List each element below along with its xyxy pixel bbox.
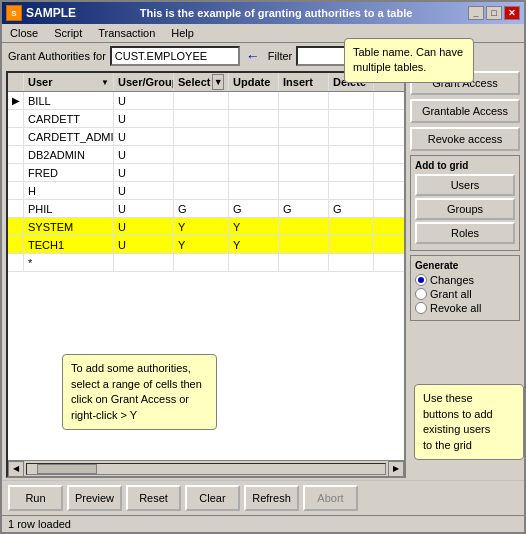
- cell-ug[interactable]: U: [114, 218, 174, 235]
- cell-user[interactable]: BILL: [24, 92, 114, 109]
- cell-select[interactable]: Y: [174, 218, 229, 235]
- scroll-thumb[interactable]: [37, 464, 97, 474]
- cell-ug[interactable]: U: [114, 128, 174, 145]
- cell-insert[interactable]: [279, 92, 329, 109]
- scroll-right-btn[interactable]: ▶: [388, 461, 404, 477]
- select-dropdown-btn[interactable]: ▼: [212, 74, 224, 90]
- grantable-access-button[interactable]: Grantable Access: [410, 99, 520, 123]
- cell-delete[interactable]: [329, 236, 374, 253]
- cell-ug[interactable]: U: [114, 182, 174, 199]
- col-header-select[interactable]: Select ▼ Select all ✓ Y ✓ G: [174, 73, 229, 91]
- cell-delete[interactable]: [329, 218, 374, 235]
- cell-ug[interactable]: U: [114, 164, 174, 181]
- run-button[interactable]: Run: [8, 485, 63, 511]
- cell-insert[interactable]: [279, 182, 329, 199]
- menu-transaction[interactable]: Transaction: [94, 26, 159, 40]
- menu-close[interactable]: Close: [6, 26, 42, 40]
- cell-user[interactable]: CARDETT: [24, 110, 114, 127]
- cell-update[interactable]: [229, 182, 279, 199]
- cell-update[interactable]: [229, 146, 279, 163]
- cell-select[interactable]: [174, 182, 229, 199]
- cell-update[interactable]: [229, 92, 279, 109]
- cell-user[interactable]: FRED: [24, 164, 114, 181]
- table-name-input[interactable]: [110, 46, 240, 66]
- scroll-track[interactable]: [26, 463, 386, 475]
- cell-ug[interactable]: U: [114, 110, 174, 127]
- cell-select[interactable]: Y: [174, 236, 229, 253]
- table-row[interactable]: CARDETT U: [8, 110, 404, 128]
- cell-user[interactable]: PHIL: [24, 200, 114, 217]
- col-header-ug[interactable]: User/Group: [114, 73, 174, 91]
- cell-ug[interactable]: U: [114, 200, 174, 217]
- cell-insert[interactable]: [279, 218, 329, 235]
- cell-delete[interactable]: [329, 164, 374, 181]
- cell-delete[interactable]: [329, 254, 374, 271]
- revoke-access-button[interactable]: Revoke access: [410, 127, 520, 151]
- table-row[interactable]: TECH1 U Y Y: [8, 236, 404, 254]
- radio-revoke-all[interactable]: Revoke all: [415, 302, 515, 314]
- col-header-update[interactable]: Update: [229, 73, 279, 91]
- cell-insert[interactable]: G: [279, 200, 329, 217]
- cell-user[interactable]: *: [24, 254, 114, 271]
- cell-update[interactable]: Y: [229, 236, 279, 253]
- cell-ug[interactable]: U: [114, 236, 174, 253]
- refresh-button[interactable]: Refresh: [244, 485, 299, 511]
- users-button[interactable]: Users: [415, 174, 515, 196]
- cell-delete[interactable]: [329, 146, 374, 163]
- cell-delete[interactable]: [329, 110, 374, 127]
- radio-dot-changes[interactable]: [415, 274, 427, 286]
- cell-insert[interactable]: [279, 254, 329, 271]
- cell-ug[interactable]: [114, 254, 174, 271]
- cell-user[interactable]: CARDETT_ADMIN: [24, 128, 114, 145]
- cell-ug[interactable]: U: [114, 146, 174, 163]
- cell-select[interactable]: [174, 110, 229, 127]
- cell-update[interactable]: [229, 254, 279, 271]
- clear-button[interactable]: Clear: [185, 485, 240, 511]
- cell-select[interactable]: [174, 92, 229, 109]
- cell-insert[interactable]: [279, 128, 329, 145]
- cell-select[interactable]: [174, 254, 229, 271]
- cell-select[interactable]: [174, 128, 229, 145]
- radio-dot-grant-all[interactable]: [415, 288, 427, 300]
- horizontal-scrollbar[interactable]: ◀ ▶: [8, 460, 404, 476]
- cell-user[interactable]: TECH1: [24, 236, 114, 253]
- table-row[interactable]: FRED U: [8, 164, 404, 182]
- cell-insert[interactable]: [279, 146, 329, 163]
- cell-delete[interactable]: [329, 128, 374, 145]
- table-row[interactable]: ▶ BILL U: [8, 92, 404, 110]
- menu-help[interactable]: Help: [167, 26, 198, 40]
- cell-insert[interactable]: [279, 110, 329, 127]
- cell-insert[interactable]: [279, 236, 329, 253]
- scroll-left-btn[interactable]: ◀: [8, 461, 24, 477]
- col-header-insert[interactable]: Insert: [279, 73, 329, 91]
- cell-delete[interactable]: [329, 92, 374, 109]
- cell-delete[interactable]: G: [329, 200, 374, 217]
- radio-dot-revoke-all[interactable]: [415, 302, 427, 314]
- preview-button[interactable]: Preview: [67, 485, 122, 511]
- cell-update[interactable]: [229, 128, 279, 145]
- table-row[interactable]: DB2ADMIN U: [8, 146, 404, 164]
- groups-button[interactable]: Groups: [415, 198, 515, 220]
- cell-update[interactable]: G: [229, 200, 279, 217]
- cell-select[interactable]: G: [174, 200, 229, 217]
- filter-input[interactable]: [296, 46, 346, 66]
- col-header-user[interactable]: User ▼: [24, 73, 114, 91]
- cell-delete[interactable]: [329, 182, 374, 199]
- table-row[interactable]: *: [8, 254, 404, 272]
- cell-user[interactable]: SYSTEM: [24, 218, 114, 235]
- cell-select[interactable]: [174, 146, 229, 163]
- cell-user[interactable]: H: [24, 182, 114, 199]
- table-row[interactable]: CARDETT_ADMIN U: [8, 128, 404, 146]
- cell-insert[interactable]: [279, 164, 329, 181]
- abort-button[interactable]: Abort: [303, 485, 358, 511]
- roles-button[interactable]: Roles: [415, 222, 515, 244]
- cell-user[interactable]: DB2ADMIN: [24, 146, 114, 163]
- table-row[interactable]: H U: [8, 182, 404, 200]
- reset-button[interactable]: Reset: [126, 485, 181, 511]
- table-row[interactable]: PHIL U G G G G: [8, 200, 404, 218]
- radio-changes[interactable]: Changes: [415, 274, 515, 286]
- table-row[interactable]: SYSTEM U Y Y: [8, 218, 404, 236]
- maximize-button[interactable]: □: [486, 6, 502, 20]
- close-button[interactable]: ✕: [504, 6, 520, 20]
- cell-update[interactable]: Y: [229, 218, 279, 235]
